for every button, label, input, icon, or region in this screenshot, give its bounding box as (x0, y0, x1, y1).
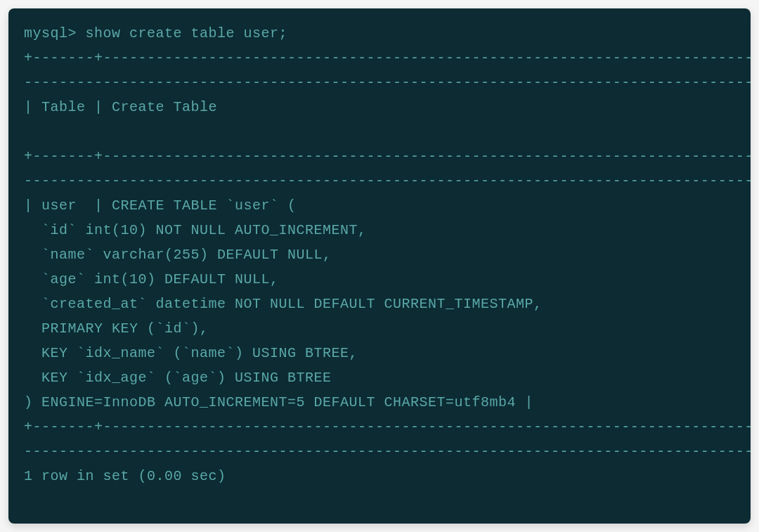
sql-command: show create table user; (86, 25, 288, 41)
table-border-top-1: +-------+-------------------------------… (24, 50, 751, 66)
create-table-end: ) ENGINE=InnoDB AUTO_INCREMENT=5 DEFAULT… (24, 394, 533, 410)
table-border-mid-1: +-------+-------------------------------… (24, 148, 751, 164)
terminal-output: mysql> show create table user; +-------+… (24, 21, 735, 488)
table-border-mid-2: ----------------------------------------… (24, 173, 751, 189)
column-id: `id` int(10) NOT NULL AUTO_INCREMENT, (24, 222, 367, 238)
terminal-window: mysql> show create table user; +-------+… (8, 8, 751, 524)
mysql-prompt: mysql> (24, 25, 86, 41)
index-name: KEY `idx_name` (`name`) USING BTREE, (24, 345, 358, 361)
create-table-start: | user | CREATE TABLE `user` ( (24, 197, 297, 214)
index-age: KEY `idx_age` (`age`) USING BTREE (24, 370, 332, 386)
column-created-at: `created_at` datetime NOT NULL DEFAULT C… (24, 296, 543, 312)
table-header: | Table | Create Table (24, 99, 217, 115)
table-border-top-2: ----------------------------------------… (24, 74, 751, 91)
table-border-bottom-1: +-------+-------------------------------… (24, 419, 751, 435)
result-summary: 1 row in set (0.00 sec) (24, 468, 226, 484)
column-age: `age` int(10) DEFAULT NULL, (24, 271, 279, 287)
primary-key: PRIMARY KEY (`id`), (24, 320, 209, 337)
column-name: `name` varchar(255) DEFAULT NULL, (24, 247, 332, 263)
table-border-bottom-2: ----------------------------------------… (24, 443, 751, 460)
